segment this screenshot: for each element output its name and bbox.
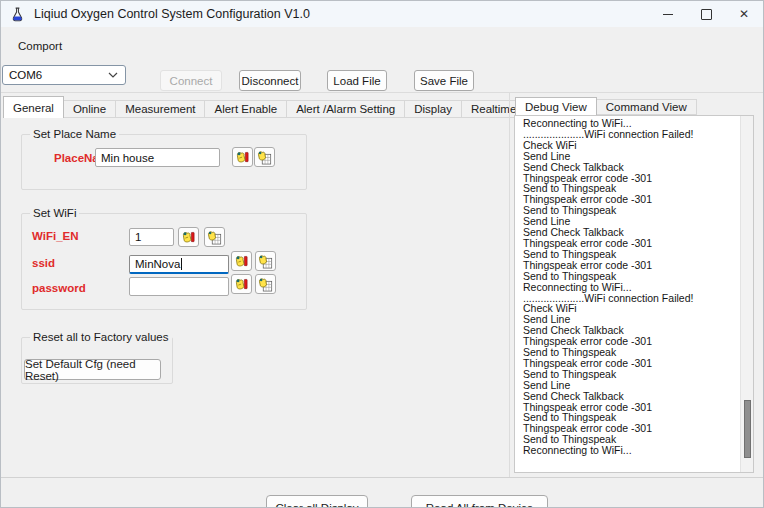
panel-divider [509,93,510,477]
save-value-icon [258,254,273,269]
reset-factory-title: Reset all to Factory values [30,331,172,343]
minimize-icon [663,14,673,15]
maximize-button[interactable] [687,1,725,27]
password-label: password [32,282,86,294]
set-default-cfg-button[interactable]: Set Default Cfg (need Reset) [24,359,161,380]
comport-select[interactable]: COM6 [2,65,126,85]
footer-bar: Clear all Display Read All from Device [1,478,764,508]
main-tab-strip: General Online Measurement Alert Enable … [3,96,568,118]
log-line: Reconnecting to WiFi... [523,282,739,293]
save-value-icon [257,150,272,165]
connect-button[interactable]: Connect [160,70,222,91]
ssid-label: ssid [32,257,55,269]
minimize-button[interactable] [649,1,687,27]
set-place-name-title: Set Place Name [30,128,119,140]
tab-display[interactable]: Display [404,100,462,118]
toolbar-divider [1,92,764,93]
maximize-icon [701,9,712,20]
write-value-icon [235,150,250,165]
reset-factory-group: Reset all to Factory values Set Default … [21,337,173,384]
tab-debug-view[interactable]: Debug View [515,97,597,115]
wifi-en-save-button[interactable] [204,227,225,247]
tab-command-view[interactable]: Command View [596,99,697,115]
disconnect-button[interactable]: Disconnect [239,70,301,91]
clear-all-display-button[interactable]: Clear all Display [266,495,368,508]
log-scrollbar-thumb[interactable] [744,400,751,458]
password-save-button[interactable] [255,274,276,294]
wifi-en-write-button[interactable] [178,227,199,247]
ssid-field[interactable]: MinNova [129,255,229,274]
log-line: Reconnecting to WiFi... [523,445,739,456]
set-wifi-title: Set WiFi [30,207,79,219]
write-value-icon [234,277,249,292]
tab-alert-enable[interactable]: Alert Enable [204,100,287,118]
placename-save-button[interactable] [254,147,275,167]
log-line: Send Line [523,151,739,162]
wifi-en-field[interactable]: 1 [129,228,174,246]
log-line: Send Check Talkback [523,391,739,402]
placename-value: Min house [101,152,154,164]
password-field[interactable] [129,277,229,296]
wifi-en-label: WiFi_EN [32,230,79,242]
ssid-value: MinNova [135,258,180,270]
tab-general[interactable]: General [3,96,64,118]
save-file-button[interactable]: Save File [414,70,474,91]
log-line: Send to Thingspeak [523,271,739,282]
title-bar: Liqiud Oxygen Control System Configurati… [1,1,763,27]
chevron-down-icon [108,72,118,78]
set-place-name-group: Set Place Name PlaceName Min house [21,134,307,190]
comport-label: Comport [18,40,62,52]
ssid-save-button[interactable] [255,251,276,271]
wifi-en-value: 1 [135,231,141,243]
debug-log: Reconnecting to WiFi....................… [523,118,739,456]
close-icon: ✕ [739,8,749,20]
debug-tab-strip: Debug View Command View [515,97,697,115]
tab-measurement[interactable]: Measurement [115,100,205,118]
log-line: Send Check Talkback [523,162,739,173]
text-caret [181,258,182,270]
write-value-icon [181,230,196,245]
save-value-icon [258,277,273,292]
read-all-from-device-button[interactable]: Read All from Device [411,495,548,508]
debug-log-listbox[interactable]: Reconnecting to WiFi....................… [514,115,754,473]
close-button[interactable]: ✕ [725,1,763,27]
write-value-icon [234,254,249,269]
placename-write-button[interactable] [232,147,253,167]
comport-value: COM6 [9,69,108,81]
tab-online[interactable]: Online [63,100,116,118]
log-scrollbar[interactable] [740,116,753,472]
save-value-icon [207,230,222,245]
load-file-button[interactable]: Load File [327,70,387,91]
app-window: Liqiud Oxygen Control System Configurati… [0,0,764,508]
window-title: Liqiud Oxygen Control System Configurati… [34,7,310,21]
ssid-write-button[interactable] [231,251,252,271]
tab-alert-alarm-setting[interactable]: Alert /Alarm Setting [286,100,405,118]
password-write-button[interactable] [231,274,252,294]
placename-field[interactable]: Min house [95,148,220,167]
set-wifi-group: Set WiFi WiFi_EN 1 ssid MinNova password [21,213,307,310]
app-flask-icon [10,7,25,22]
